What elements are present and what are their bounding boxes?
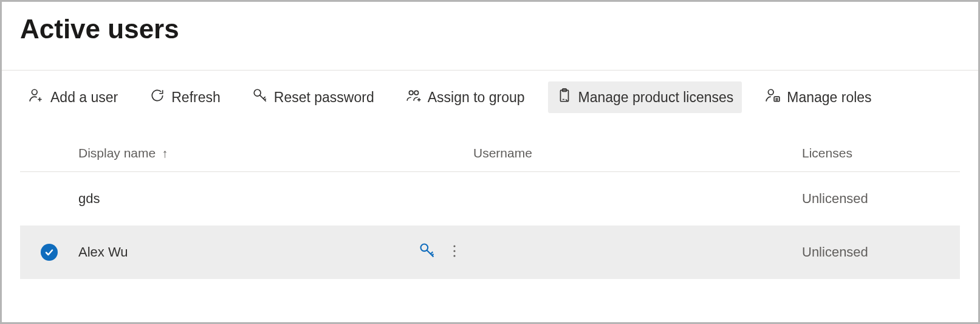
add-user-button[interactable]: Add a user bbox=[20, 81, 126, 113]
toolbar: Add a user Refresh Reset password bbox=[20, 71, 960, 124]
key-icon[interactable] bbox=[419, 242, 436, 263]
toolbar-label: Reset password bbox=[274, 89, 374, 106]
toolbar-label: Refresh bbox=[171, 89, 221, 106]
column-label: Username bbox=[473, 146, 532, 160]
row-actions bbox=[419, 242, 473, 263]
manage-roles-button[interactable]: Manage roles bbox=[756, 81, 880, 113]
table-row[interactable]: gds Unlicensed bbox=[20, 172, 960, 226]
row-licenses: Unlicensed bbox=[802, 244, 960, 260]
assign-to-group-button[interactable]: Assign to group bbox=[397, 81, 533, 113]
person-role-icon bbox=[765, 88, 781, 107]
reset-password-button[interactable]: Reset password bbox=[244, 81, 383, 113]
manage-product-licenses-button[interactable]: Manage product licenses bbox=[548, 81, 742, 113]
svg-point-2 bbox=[409, 91, 413, 95]
toolbar-label: Manage roles bbox=[787, 89, 871, 106]
svg-point-6 bbox=[769, 89, 774, 95]
column-label: Licenses bbox=[802, 146, 852, 160]
toolbar-label: Manage product licenses bbox=[578, 89, 734, 106]
row-licenses: Unlicensed bbox=[802, 191, 960, 207]
table-row[interactable]: Alex Wu Unlicensed bbox=[20, 226, 960, 279]
row-display-name[interactable]: Alex Wu bbox=[78, 244, 419, 260]
more-icon[interactable] bbox=[453, 244, 456, 261]
active-users-page: Active users Add a user Refresh bbox=[2, 2, 978, 279]
toolbar-label: Assign to group bbox=[428, 89, 525, 106]
table-header: Display name ↑ Username Licenses bbox=[20, 135, 960, 172]
col-display-header[interactable]: Display name ↑ bbox=[78, 146, 419, 160]
group-add-icon bbox=[406, 88, 422, 107]
person-add-icon bbox=[29, 88, 44, 107]
svg-point-0 bbox=[32, 89, 37, 95]
svg-point-10 bbox=[453, 250, 455, 252]
svg-point-3 bbox=[414, 91, 419, 95]
row-display-name[interactable]: gds bbox=[78, 191, 419, 207]
refresh-button[interactable]: Refresh bbox=[141, 81, 229, 113]
refresh-icon bbox=[149, 88, 165, 107]
column-label: Display name bbox=[78, 146, 156, 160]
row-checkbox[interactable] bbox=[20, 244, 78, 261]
col-licenses-header[interactable]: Licenses bbox=[802, 146, 960, 160]
sort-ascending-icon: ↑ bbox=[162, 146, 168, 160]
toolbar-label: Add a user bbox=[50, 89, 118, 106]
checkmark-icon bbox=[41, 244, 58, 261]
page-title: Active users bbox=[20, 14, 960, 44]
users-table: Display name ↑ Username Licenses gds Unl… bbox=[20, 135, 960, 279]
col-username-header[interactable]: Username bbox=[473, 146, 802, 160]
svg-point-9 bbox=[453, 245, 455, 247]
svg-point-11 bbox=[453, 255, 455, 257]
clipboard-icon bbox=[557, 88, 572, 107]
key-icon bbox=[252, 88, 268, 107]
